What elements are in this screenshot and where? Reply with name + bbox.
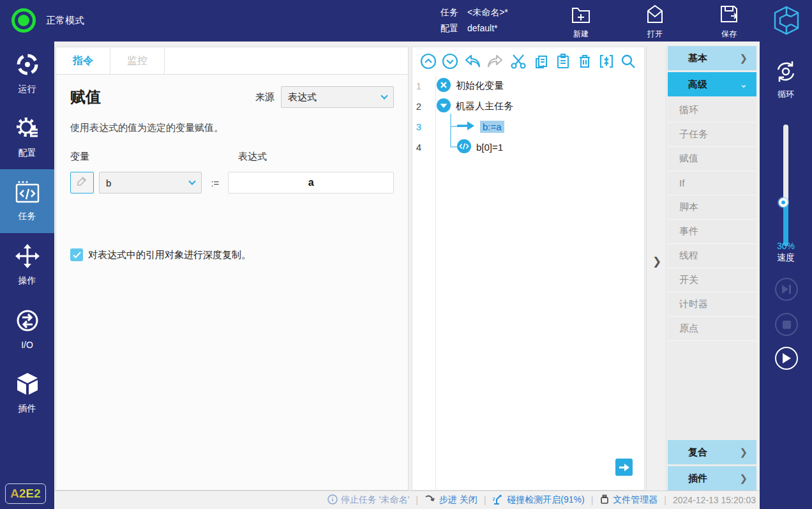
- category-item-thread[interactable]: 线程: [668, 244, 756, 268]
- tree-row[interactable]: 1 初始化变量: [412, 75, 644, 96]
- status-badge: A2E2: [5, 483, 46, 504]
- save-icon: [718, 3, 740, 27]
- task-code-icon: [14, 180, 41, 207]
- info-icon: [327, 494, 338, 506]
- category-item-switch[interactable]: 开关: [668, 268, 756, 292]
- move-up-icon[interactable]: [420, 53, 437, 70]
- slider-thumb[interactable]: [779, 198, 788, 207]
- clock-timestamp: 2024-12-13 15:20:03: [673, 495, 756, 505]
- source-select[interactable]: 表达式: [281, 86, 394, 108]
- expression-input[interactable]: a: [228, 172, 394, 194]
- tree-row-selected[interactable]: 3 b:=a: [412, 116, 644, 137]
- move-down-icon[interactable]: [442, 53, 458, 70]
- panel-gutter: ❯: [646, 47, 666, 490]
- category-basic[interactable]: 基本❯: [668, 46, 756, 70]
- move-arrows-icon: [15, 243, 40, 271]
- sidebar-item-plugin[interactable]: 插件: [0, 361, 54, 425]
- top-bar: 正常模式 任务 <未命名>* 配置 default* 新建 打开: [0, 0, 812, 42]
- pencil-icon: [76, 176, 87, 190]
- assign-arrow-icon: [457, 121, 475, 133]
- category-item-assignment[interactable]: 赋值: [668, 147, 756, 171]
- mode-indicator-icon: [11, 8, 36, 33]
- page-title: 赋值: [70, 87, 101, 107]
- sidebar-item-task[interactable]: 任务: [0, 169, 54, 233]
- variable-label: 变量: [70, 151, 238, 163]
- assignment-form-panel: 赋值 来源 表达式 使用表达式的值为选定的变量赋值。 变量 表达式 b := a: [56, 75, 409, 490]
- step-forward-button[interactable]: [775, 278, 798, 301]
- form-tabbar: 指令 监控: [56, 47, 409, 75]
- sidebar-item-run[interactable]: 运行: [0, 42, 54, 105]
- variable-select[interactable]: b: [99, 172, 202, 194]
- init-variable-icon: [437, 78, 451, 94]
- chevron-down-icon: [380, 92, 387, 99]
- file-manager-link[interactable]: 文件管理器: [613, 494, 658, 506]
- sidebar-item-io[interactable]: I/O: [0, 297, 54, 361]
- gear-icon: [15, 116, 40, 144]
- category-item-script[interactable]: 脚本: [668, 195, 756, 220]
- right-sidebar: 循环 30% 速度: [760, 42, 812, 509]
- task-name: <未命名>*: [467, 4, 508, 20]
- category-advanced[interactable]: 高级⌄: [668, 72, 756, 96]
- category-composite[interactable]: 复合❯: [668, 440, 756, 464]
- collision-icon: [492, 494, 504, 507]
- config-name: default*: [467, 20, 497, 36]
- stop-task-status[interactable]: 停止任务 '未命名': [341, 494, 409, 506]
- instruction-categories-panel: 基本❯ 高级⌄ 循环 子任务 赋值 If 脚本 事件 线程 开关 计时器 原点 …: [668, 46, 756, 490]
- new-button[interactable]: 新建: [555, 3, 606, 40]
- run-icon: [15, 52, 40, 80]
- search-icon[interactable]: [620, 53, 636, 70]
- delete-icon[interactable]: [576, 53, 593, 70]
- usb-drive-icon: [599, 494, 610, 506]
- tab-instruction[interactable]: 指令: [56, 47, 110, 74]
- edit-variable-button[interactable]: [70, 172, 94, 194]
- open-file-icon: [644, 3, 666, 27]
- program-tree-panel: 1 初始化变量 2 机器人主任务 3 b:=a 4: [412, 47, 645, 490]
- paste-icon[interactable]: [555, 53, 571, 70]
- category-item-loop[interactable]: 循环: [668, 98, 756, 123]
- copy-icon[interactable]: [533, 53, 550, 70]
- tree-row[interactable]: 2 机器人主任务: [412, 96, 644, 116]
- speed-label: 速度: [760, 252, 812, 264]
- category-item-origin[interactable]: 原点: [668, 317, 756, 341]
- chevron-down-icon: ⌄: [739, 79, 748, 90]
- loop-mode-button[interactable]: 循环: [760, 59, 812, 100]
- next-step-button[interactable]: [615, 459, 633, 476]
- new-file-icon: [570, 3, 592, 27]
- task-label: 任务: [440, 4, 458, 20]
- play-button[interactable]: [775, 347, 798, 370]
- category-item-if[interactable]: If: [668, 171, 756, 195]
- deep-copy-label: 对表达式中的引用对象进行深度复制。: [88, 249, 251, 261]
- sidebar-item-operate[interactable]: 操作: [0, 233, 54, 297]
- tree-row[interactable]: 4 b[0]=1: [412, 137, 644, 157]
- tab-monitor[interactable]: 监控: [110, 47, 165, 74]
- mode-label: 正常模式: [46, 15, 84, 27]
- collapse-icon[interactable]: [598, 53, 615, 70]
- save-button[interactable]: 保存: [703, 3, 755, 40]
- step-mode-icon: [425, 494, 436, 506]
- category-item-timer[interactable]: 计时器: [668, 292, 756, 317]
- io-icon: [15, 308, 40, 336]
- chevron-down-icon: [189, 178, 196, 185]
- stop-button[interactable]: [775, 313, 798, 336]
- undo-icon[interactable]: [463, 53, 481, 70]
- main-task-icon: [437, 98, 451, 114]
- chevron-right-icon: ❯: [739, 52, 748, 64]
- plugin-cube-icon: [15, 371, 40, 399]
- assign-symbol: :=: [207, 178, 223, 188]
- deep-copy-checkbox[interactable]: [70, 248, 83, 261]
- category-item-event[interactable]: 事件: [668, 220, 756, 244]
- expand-panel-chevron-icon[interactable]: ❯: [652, 255, 661, 268]
- speed-value: 30%: [760, 241, 812, 251]
- sidebar-item-config[interactable]: 配置: [0, 105, 54, 169]
- category-item-subtask[interactable]: 子任务: [668, 123, 756, 147]
- source-label: 来源: [255, 91, 274, 103]
- cut-icon[interactable]: [509, 53, 527, 70]
- step-mode-status[interactable]: 步进 关闭: [439, 494, 477, 506]
- app-logo-icon: [770, 4, 803, 40]
- redo-icon[interactable]: [486, 53, 504, 70]
- collision-status[interactable]: 碰撞检测开启(91%): [507, 494, 584, 506]
- status-bar: 停止任务 '未命名' | 步进 关闭 | 碰撞检测开启(91%) | 文件管理器…: [54, 490, 760, 509]
- category-plugin[interactable]: 插件❯: [668, 466, 756, 490]
- open-button[interactable]: 打开: [629, 3, 680, 40]
- speed-slider[interactable]: [783, 125, 788, 246]
